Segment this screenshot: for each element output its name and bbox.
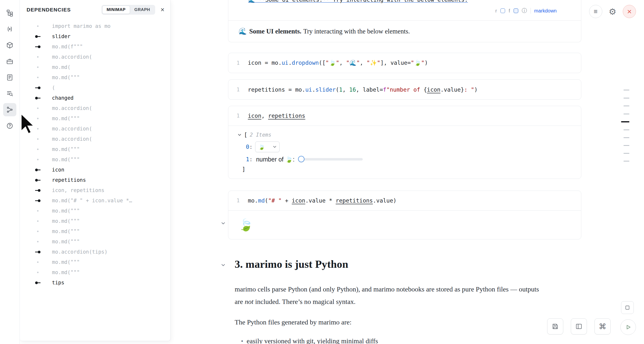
dependency-row[interactable]: mo.md(""" xyxy=(20,113,170,124)
fstring-toggle-checkbox[interactable] xyxy=(514,8,518,13)
dependency-row[interactable]: icon xyxy=(20,165,170,175)
icon-dropdown-select[interactable]: 🍃 xyxy=(255,141,280,152)
minimap-cell-line[interactable] xyxy=(624,161,629,161)
chevron-down-icon xyxy=(273,146,276,148)
repetitions-slider[interactable] xyxy=(299,158,363,160)
top-right-actions: ≡ ⚙ × xyxy=(589,5,636,18)
markdown-output: 🍃 xyxy=(228,211,581,239)
shutdown-icon[interactable]: × xyxy=(623,5,636,18)
dependency-row[interactable]: import marimo as mo xyxy=(20,21,170,31)
dependency-row[interactable]: mo.md( xyxy=(20,62,170,72)
dependency-row[interactable]: ( xyxy=(20,83,170,93)
dependency-row[interactable]: mo.accordion(tips) xyxy=(20,247,170,257)
dependency-label: icon xyxy=(52,167,64,173)
menu-icon[interactable]: ≡ xyxy=(589,5,602,18)
dependencies-icon[interactable] xyxy=(3,103,16,116)
slider-thumb[interactable] xyxy=(298,156,304,162)
cell-collapse-chevron-icon[interactable] xyxy=(221,221,226,226)
info-icon[interactable]: ⓘ xyxy=(522,8,527,14)
minimap-cell-line[interactable] xyxy=(624,153,629,154)
tab-graph[interactable]: GRAPH xyxy=(130,6,154,14)
packages-icon[interactable] xyxy=(3,39,16,52)
minimap-cell-line[interactable] xyxy=(624,137,629,138)
tab-minimap[interactable]: MINIMAP xyxy=(102,6,130,14)
code-editor-line[interactable]: repetitions = mo.ui.slider(1, 16, label=… xyxy=(248,86,478,93)
minimap-cell-line[interactable] xyxy=(624,90,629,90)
file-tree-icon[interactable] xyxy=(3,6,16,20)
minimap-cell-line[interactable] xyxy=(624,106,629,106)
graph-node-marker xyxy=(32,179,44,182)
code-editor-line[interactable]: icon = mo.ui.dropdown(["🍃", "🌊", "✨"], v… xyxy=(248,60,428,66)
dependency-row[interactable]: mo.md(""" xyxy=(20,216,170,226)
minimap-cell-line[interactable] xyxy=(621,121,629,122)
run-all-icon[interactable] xyxy=(620,319,636,335)
activity-rail xyxy=(0,0,20,344)
dependency-row[interactable]: mo.accordion( xyxy=(20,103,170,113)
dependency-label: mo.md(""" xyxy=(52,157,80,162)
dependency-row[interactable]: mo.md("# " + icon.value *… xyxy=(20,196,170,206)
dependency-label: icon, repetitions xyxy=(52,187,104,193)
layout-panel-icon[interactable] xyxy=(571,318,587,334)
markdown-cell-toolbar: r f ⓘ markdown xyxy=(496,8,557,14)
code-editor-line[interactable]: icon, repetitions xyxy=(248,113,305,119)
save-icon[interactable] xyxy=(547,318,563,334)
keyboard-shortcuts-icon[interactable]: ⌘ xyxy=(594,318,610,334)
code-cell-slider: 1 repetitions = mo.ui.slider(1, 16, labe… xyxy=(228,79,581,100)
dependency-row[interactable]: mo.accordion( xyxy=(20,134,170,144)
dependency-row[interactable]: mo.md(""" xyxy=(20,72,170,83)
cell-dot-marker xyxy=(32,118,44,119)
minimap-cell-line[interactable] xyxy=(624,129,629,130)
notebook-actions: ⌘ xyxy=(547,318,610,334)
dependency-row[interactable]: mo.accordion( xyxy=(20,124,170,134)
dependency-row[interactable]: mo.md(""" xyxy=(20,154,170,165)
close-panel-icon[interactable]: × xyxy=(160,7,164,13)
bullet-list: •easily versioned with git, yielding min… xyxy=(235,337,571,344)
dependency-minimap-list: import marimo as moslidermo.md(f"""mo.ac… xyxy=(20,21,170,288)
dependency-row[interactable]: tips xyxy=(20,278,170,288)
code-editor-line[interactable]: mo.md("# " + icon.value * repetitions.va… xyxy=(248,197,396,204)
dependency-row[interactable]: icon, repetitions xyxy=(20,185,170,196)
logs-icon[interactable] xyxy=(3,87,16,100)
paragraph: The Python files generated by marimo are… xyxy=(235,316,571,328)
dependency-row[interactable]: mo.accordion( xyxy=(20,52,170,62)
dependency-label: ( xyxy=(52,85,55,91)
dependency-row[interactable]: repetitions xyxy=(20,175,170,185)
help-icon[interactable] xyxy=(3,119,16,132)
index-1: 1: xyxy=(246,156,253,162)
gear-icon[interactable]: ⚙ xyxy=(606,5,619,18)
section-collapse-chevron-icon[interactable] xyxy=(221,263,226,268)
markdown-source-line[interactable]: 🌊 **Some UI elements.** Try interacting … xyxy=(248,0,468,3)
dependency-row[interactable]: mo.md(""" xyxy=(20,267,170,278)
dependency-row[interactable]: mo.md(""" xyxy=(20,257,170,267)
raw-toggle-checkbox[interactable] xyxy=(500,8,505,13)
minimap-cell-line[interactable] xyxy=(624,145,629,146)
dependency-row[interactable]: changed xyxy=(20,93,170,103)
dependency-row[interactable]: mo.md(""" xyxy=(20,237,170,247)
dependency-row[interactable]: mo.md(f""" xyxy=(20,42,170,52)
array-output: [ 2 Items 0: 🍃 1: number of 🍃: xyxy=(228,126,581,179)
slider-label: number of 🍃: xyxy=(256,156,296,163)
cell-dot-marker xyxy=(32,25,44,27)
minimap-cell-line[interactable] xyxy=(624,98,629,98)
dependency-row[interactable]: slider xyxy=(20,31,170,42)
cell-dot-marker xyxy=(32,231,44,232)
list-item: •easily versioned with git, yielding min… xyxy=(235,337,571,344)
minimap-cell-line[interactable] xyxy=(624,114,629,114)
fstring-toggle-label: f xyxy=(508,8,510,14)
cell-dot-marker xyxy=(32,241,44,242)
dependency-row[interactable]: mo.md(""" xyxy=(20,226,170,237)
marimo-app: DEPENDENCIES MINIMAP GRAPH × import mari… xyxy=(0,0,644,344)
index-0: 0: xyxy=(246,144,253,150)
paragraph: marimo cells parse Python (and only Pyth… xyxy=(235,283,571,308)
graph-node-marker xyxy=(32,251,44,253)
cell-dot-marker xyxy=(32,261,44,263)
toolbox-icon[interactable] xyxy=(3,55,16,68)
minimap-toggle-icon[interactable] xyxy=(621,301,634,314)
chevron-down-icon[interactable] xyxy=(238,133,242,137)
dependency-row[interactable]: mo.md(""" xyxy=(20,206,170,216)
markdown-editor[interactable]: 🌊 **Some UI elements.** Try interacting … xyxy=(228,0,581,21)
scratchpad-icon[interactable] xyxy=(3,71,16,84)
dependency-row[interactable]: mo.md(""" xyxy=(20,144,170,154)
snippets-icon[interactable] xyxy=(3,23,16,36)
markdown-mode-button[interactable]: markdown xyxy=(534,8,557,14)
